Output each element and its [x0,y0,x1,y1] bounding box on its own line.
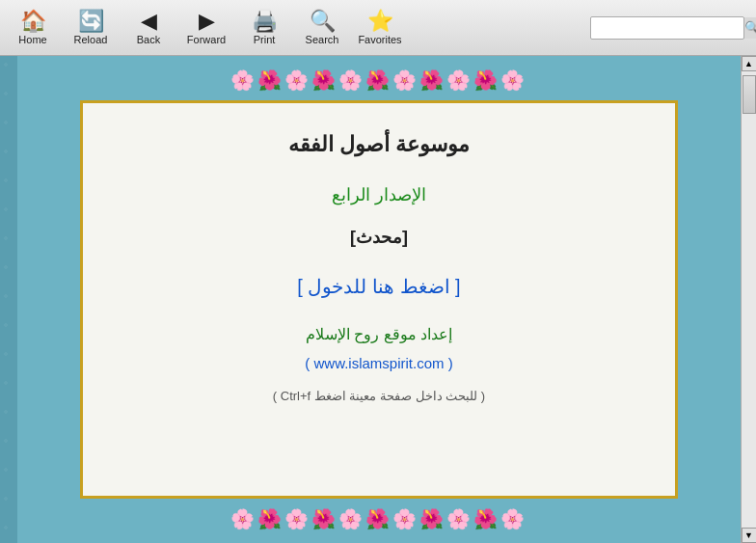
flower-decoration-bottom: 🌸🌺🌸🌺🌸🌺🌸🌺🌸🌺🌸 [230,507,527,530]
back-button[interactable]: ◀ Back [120,3,177,53]
forward-icon: ▶ [199,11,215,32]
search-hint: ( للبحث داخل صفحة معينة اضغط Ctrl+f ) [273,389,485,403]
credit-text: إعداد موقع روح الإسلام [306,325,452,343]
search-bar: 🔍 [409,16,752,40]
search-label: Search [306,34,339,45]
page-box: موسوعة أصول الفقه الإصدار الرابع [محدث] … [80,100,678,499]
reload-icon: 🔄 [78,11,104,32]
left-sidebar [0,56,17,543]
scroll-up-button[interactable]: ▲ [742,56,757,71]
website-link[interactable]: ( www.islamspirit.com ) [305,355,452,371]
toolbar: 🏠 Home 🔄 Reload ◀ Back ▶ Forward 🖨️ Prin… [0,0,756,56]
enter-link[interactable]: [ اضغط هنا للدخول ] [297,275,460,298]
favorites-icon: ⭐ [367,11,393,32]
home-label: Home [18,34,46,45]
updated-text: [محدث] [350,227,408,248]
print-label: Print [254,34,276,45]
search-input[interactable] [591,21,743,35]
flower-bar-top: 🌸🌺🌸🌺🌸🌺🌸🌺🌸🌺🌸 [80,66,678,95]
flower-decoration-top: 🌸🌺🌸🌺🌸🌺🌸🌺🌸🌺🌸 [230,68,527,92]
scroll-thumb[interactable] [742,75,756,114]
reload-button[interactable]: 🔄 Reload [62,3,120,53]
page-title: موسوعة أصول الفقه [288,132,470,157]
version-text: الإصدار الرابع [332,184,426,205]
back-icon: ◀ [141,11,157,32]
scroll-track [742,71,757,528]
search-icon: 🔍 [310,11,336,32]
search-input-wrapper: 🔍 [590,16,744,40]
favorites-label: Favorites [358,34,401,45]
flower-bar-bottom: 🌸🌺🌸🌺🌸🌺🌸🌺🌸🌺🌸 [80,504,678,533]
home-button[interactable]: 🏠 Home [4,3,62,53]
right-scrollbar: ▲ ▼ [741,56,756,543]
reload-label: Reload [74,34,108,45]
scroll-down-button[interactable]: ▼ [742,528,757,543]
print-icon: 🖨️ [252,11,278,32]
content-area: 🌸🌺🌸🌺🌸🌺🌸🌺🌸🌺🌸 موسوعة أصول الفقه الإصدار ال… [17,56,741,543]
forward-button[interactable]: ▶ Forward [177,3,235,53]
favorites-button[interactable]: ⭐ Favorites [351,3,409,53]
print-button[interactable]: 🖨️ Print [235,3,293,53]
forward-label: Forward [187,34,226,45]
search-button[interactable]: 🔍 Search [293,3,351,53]
back-label: Back [137,34,160,45]
search-go-button[interactable]: 🔍 [743,17,756,39]
main-container: 🌸🌺🌸🌺🌸🌺🌸🌺🌸🌺🌸 موسوعة أصول الفقه الإصدار ال… [0,56,756,543]
home-icon: 🏠 [20,11,46,32]
